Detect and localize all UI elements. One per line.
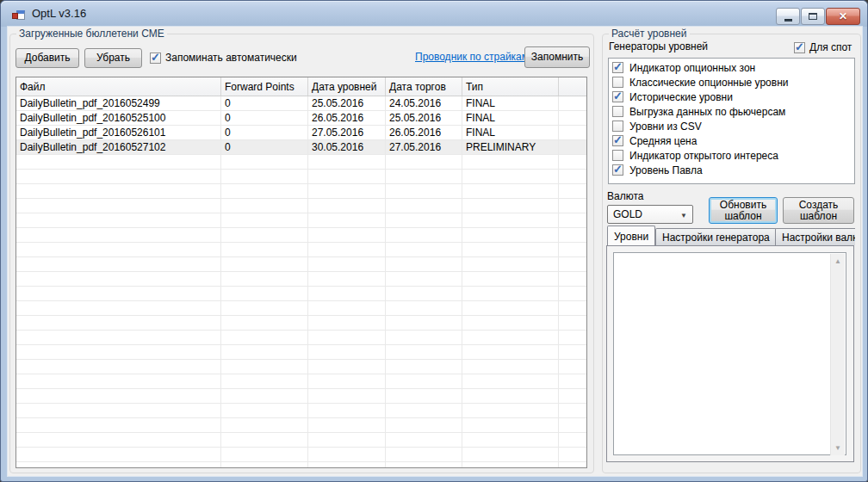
table-cell bbox=[462, 404, 559, 418]
checkbox-icon[interactable] bbox=[612, 77, 623, 88]
scroll-up-icon[interactable]: ▲ bbox=[831, 257, 845, 265]
table-cell bbox=[386, 462, 462, 468]
table-row[interactable]: DailyBulletin_pdf_20160526101027.05.2016… bbox=[16, 126, 586, 140]
table-cell: 0 bbox=[221, 96, 308, 111]
checkbox-icon[interactable] bbox=[612, 164, 623, 176]
table-cell: 0 bbox=[221, 140, 308, 155]
table-cell-filler bbox=[559, 257, 586, 272]
tab-currency-settings[interactable]: Настройки валюты bbox=[775, 228, 855, 245]
table-cell bbox=[308, 360, 386, 374]
levels-scrollbar[interactable]: ▲ ▼ bbox=[830, 254, 845, 455]
table-empty-row bbox=[16, 360, 586, 374]
table-header-cell[interactable]: Forward Points bbox=[221, 77, 308, 96]
generator-item[interactable]: Классические опционные уровни bbox=[609, 75, 854, 90]
update-template-button[interactable]: Обновить шаблон bbox=[709, 197, 778, 224]
table-empty-row bbox=[16, 199, 586, 213]
generator-item[interactable]: Уровень Павла bbox=[609, 163, 854, 177]
maximize-button[interactable] bbox=[801, 8, 825, 25]
generator-item[interactable]: Средняя цена bbox=[609, 133, 854, 148]
table-cell bbox=[16, 404, 221, 418]
table-empty-row bbox=[16, 257, 586, 272]
checkbox-icon[interactable] bbox=[612, 62, 623, 73]
generator-item[interactable]: Индикатор опционных зон bbox=[609, 60, 854, 75]
table-cell bbox=[386, 404, 462, 418]
tab-levels[interactable]: Уровни bbox=[607, 226, 655, 245]
table-cell: 24.05.2016 bbox=[386, 96, 462, 111]
table-cell: 30.05.2016 bbox=[308, 140, 386, 155]
table-cell bbox=[16, 360, 221, 374]
memorize-button[interactable]: Запомнить bbox=[524, 46, 590, 68]
table-cell bbox=[308, 316, 386, 331]
table-cell bbox=[16, 345, 221, 360]
table-row[interactable]: DailyBulletin_pdf_2016052499025.05.20162… bbox=[16, 96, 586, 111]
table-row[interactable]: DailyBulletin_pdf_20160525100026.05.2016… bbox=[16, 111, 586, 126]
generators-checklist[interactable]: Индикатор опционных зонКлассические опци… bbox=[608, 58, 855, 184]
table-cell bbox=[221, 272, 308, 287]
table-cell bbox=[16, 389, 221, 404]
table-cell bbox=[16, 462, 221, 468]
table-cell bbox=[221, 448, 308, 462]
titlebar[interactable]: OptL v3.16 ✕ bbox=[1, 1, 867, 27]
generator-label: Индикатор открытого интереса bbox=[629, 150, 778, 162]
table-empty-row bbox=[16, 404, 586, 418]
table-cell bbox=[16, 243, 221, 257]
table-cell: 25.05.2016 bbox=[308, 96, 386, 111]
table-header-cell[interactable]: Дата уровней bbox=[308, 77, 386, 96]
checkbox-icon[interactable] bbox=[612, 106, 623, 117]
table-cell bbox=[462, 301, 559, 316]
autosave-checkbox[interactable]: Запоминать автоматически bbox=[150, 52, 297, 64]
table-cell bbox=[221, 374, 308, 389]
tab-generator-settings[interactable]: Настройки генератора bbox=[655, 228, 777, 245]
table-cell-filler bbox=[559, 170, 586, 184]
table-cell bbox=[221, 243, 308, 257]
table-cell bbox=[386, 331, 462, 345]
table-empty-row bbox=[16, 287, 586, 301]
table-cell bbox=[462, 272, 559, 287]
table-cell: FINAL bbox=[462, 126, 559, 140]
table-cell bbox=[221, 345, 308, 360]
generator-item[interactable]: Индикатор открытого интереса bbox=[609, 148, 854, 163]
bulletin-table[interactable]: ФайлForward PointsДата уровнейДата торго… bbox=[16, 77, 587, 468]
table-cell: FINAL bbox=[462, 96, 559, 111]
table-cell-filler bbox=[559, 404, 586, 418]
checkbox-icon[interactable] bbox=[612, 135, 623, 146]
table-cell bbox=[462, 170, 559, 184]
create-template-button[interactable]: Создать шаблон bbox=[783, 197, 854, 224]
table-cell bbox=[386, 418, 462, 433]
levels-listbox[interactable]: ▲ ▼ bbox=[613, 252, 846, 455]
table-cell bbox=[386, 301, 462, 316]
table-cell-filler bbox=[559, 316, 586, 331]
currency-value: GOLD bbox=[613, 208, 642, 220]
checkbox-icon[interactable] bbox=[612, 120, 623, 132]
add-button[interactable]: Добавить bbox=[16, 48, 79, 68]
generator-item[interactable]: Выгрузка данных по фьючерсам bbox=[609, 104, 854, 119]
close-button[interactable]: ✕ bbox=[826, 8, 860, 25]
table-header-cell[interactable]: Тип bbox=[462, 77, 559, 96]
checkbox-icon[interactable] bbox=[612, 91, 623, 102]
table-cell bbox=[16, 433, 221, 448]
generator-item[interactable]: Уровни из CSV bbox=[609, 119, 854, 133]
spot-checkbox[interactable]: Для спот bbox=[794, 41, 852, 53]
checkbox-icon[interactable] bbox=[612, 150, 623, 161]
table-header-cell[interactable]: Файл bbox=[16, 77, 221, 96]
table-cell bbox=[462, 448, 559, 462]
table-header-cell[interactable]: Дата торгов bbox=[386, 77, 462, 96]
minimize-button[interactable] bbox=[776, 8, 800, 25]
table-cell: DailyBulletin_pdf_20160526101 bbox=[16, 126, 221, 140]
table-cell-filler bbox=[559, 418, 586, 433]
table-cell bbox=[386, 272, 462, 287]
table-cell bbox=[386, 360, 462, 374]
table-cell bbox=[386, 316, 462, 331]
table-cell: PRELIMINARY bbox=[462, 140, 559, 155]
scroll-down-icon[interactable]: ▼ bbox=[831, 444, 845, 452]
table-cell bbox=[308, 462, 386, 468]
currency-dropdown[interactable]: GOLD ▼ bbox=[607, 205, 693, 224]
remove-button[interactable]: Убрать bbox=[84, 48, 142, 68]
table-empty-row bbox=[16, 462, 586, 468]
table-cell-filler bbox=[559, 140, 586, 155]
table-row[interactable]: DailyBulletin_pdf_20160527102030.05.2016… bbox=[16, 140, 586, 155]
table-cell bbox=[308, 213, 386, 228]
generator-item[interactable]: Исторические уровни bbox=[609, 90, 854, 104]
table-empty-row bbox=[16, 316, 586, 331]
strikes-explorer-link[interactable]: Проводник по страйкам bbox=[415, 51, 529, 63]
